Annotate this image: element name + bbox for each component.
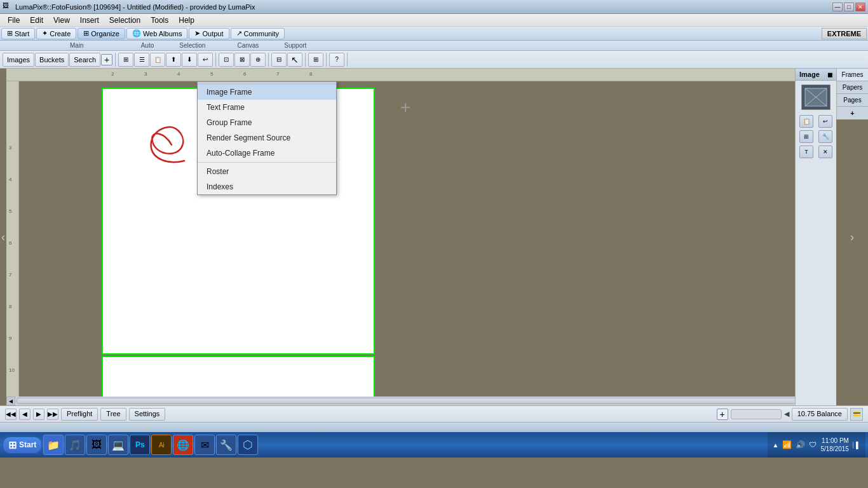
dropdown-item-auto-collage[interactable]: Auto-Collage Frame <box>198 146 336 161</box>
taskbar-media-icon[interactable]: 🎵 <box>65 435 85 455</box>
right-nav-arrow[interactable]: › <box>850 231 854 244</box>
auto-fill-icon[interactable]: ⊠ <box>234 53 250 67</box>
balance-display: 10.75 Balance <box>792 408 848 421</box>
dropdown-item-group-frame[interactable]: Group Frame <box>198 115 336 130</box>
organize-grid-icon: ⊞ <box>83 29 89 37</box>
panel-undo-icon[interactable]: ↩ <box>818 115 832 128</box>
papers-tab[interactable]: Papers <box>837 81 868 94</box>
pages-tab[interactable]: Pages <box>837 94 868 107</box>
progress-bar <box>731 409 782 419</box>
menu-help[interactable]: Help <box>173 15 200 26</box>
select-all-icon[interactable]: ⊟ <box>271 53 287 67</box>
tray-up-arrow-icon[interactable]: ▲ <box>773 442 779 449</box>
balance-icon[interactable]: 💳 <box>850 408 863 421</box>
menu-edit[interactable]: Edit <box>25 15 48 26</box>
menu-insert[interactable]: Insert <box>75 15 104 26</box>
help-icon[interactable]: ? <box>329 53 344 67</box>
ribbon-community[interactable]: ↗ Community <box>231 28 285 39</box>
menu-tools[interactable]: Tools <box>146 15 173 26</box>
dropdown-item-text-frame[interactable]: Text Frame <box>198 100 336 115</box>
taskbar-mail-icon[interactable]: ✉ <box>194 435 215 455</box>
panel-text-icon[interactable]: T <box>799 146 813 158</box>
tray-show-desktop-icon[interactable]: ▌ <box>853 442 860 449</box>
tray-volume-icon[interactable]: 🔊 <box>796 440 805 449</box>
canvas-settings-icon[interactable]: ⊞ <box>308 53 323 67</box>
nav-prev-button[interactable]: ◀ <box>19 409 31 420</box>
balance-left-arrow[interactable]: ◀ <box>784 410 789 418</box>
panel-close2-icon[interactable]: ✕ <box>818 146 832 158</box>
ribbon-organize[interactable]: ⊞ Organize <box>78 28 125 39</box>
tray-clock: 11:00 PM 5/18/2015 <box>820 437 849 453</box>
ribbon-webalbums[interactable]: 🌐 Web Albums <box>126 28 188 39</box>
taskbar-photo-icon[interactable]: 🖼 <box>86 435 107 455</box>
community-arrow-icon: ↗ <box>236 29 242 37</box>
menu-view[interactable]: View <box>48 15 75 26</box>
ruler-mark-3: 3 <box>144 71 147 77</box>
add-page-icon[interactable]: + <box>400 97 410 118</box>
extreme-button[interactable]: EXTREME <box>822 28 867 39</box>
windows-icon: ⊞ <box>8 439 17 451</box>
add-tab-button[interactable]: + <box>101 54 112 65</box>
list-view-icon[interactable]: ☰ <box>134 53 149 67</box>
nav-last-button[interactable]: ▶▶ <box>47 409 58 420</box>
scroll-left-arrow[interactable]: ◀ <box>6 396 15 405</box>
taskbar-illustrator-icon[interactable]: Ai <box>151 435 172 455</box>
dropdown-item-roster[interactable]: Roster <box>198 164 336 179</box>
menu-file[interactable]: File <box>3 15 25 26</box>
panel-grid-icon[interactable]: ⊞ <box>799 130 813 143</box>
panel-paste-icon[interactable]: 📋 <box>799 115 813 128</box>
horizontal-scrollbar[interactable]: ◀ ▶ <box>6 396 836 405</box>
toolbar-main-group: ⊞ ☰ 📋 ⬆ ⬇ ↩ <box>118 53 216 67</box>
insert-frame-icon[interactable]: 📋 <box>150 53 165 67</box>
ribbon-create[interactable]: ✦ Create <box>36 28 76 39</box>
tray-network-icon[interactable]: 📶 <box>782 440 792 449</box>
ruler-mark-2: 2 <box>111 71 114 77</box>
output-label: Output <box>202 30 223 37</box>
dropdown-item-image-frame[interactable]: Image Frame <box>198 85 336 100</box>
auto-arrange-icon[interactable]: ⊡ <box>219 53 234 67</box>
taskbar-photoshop-icon[interactable]: Ps <box>130 435 150 455</box>
nav-first-button[interactable]: ◀◀ <box>5 409 17 420</box>
minimize-button[interactable]: — <box>832 3 843 11</box>
preflight-button[interactable]: Preflight <box>61 408 98 421</box>
page-canvas-bottom <box>102 356 375 396</box>
bottom-bar: ◀◀ ◀ ▶ ▶▶ Preflight Tree Settings + ◀ 10… <box>0 405 868 422</box>
ribbon-start[interactable]: ⊞ Start <box>1 28 35 39</box>
frames-tab[interactable]: Frames <box>837 69 868 81</box>
taskbar-folder-icon[interactable]: 📁 <box>43 435 64 455</box>
menu-selection[interactable]: Selection <box>104 15 146 26</box>
start-button[interactable]: ⊞ Start <box>3 437 42 454</box>
taskbar-app-icon[interactable]: 🔧 <box>216 435 236 455</box>
image-panel-close[interactable]: ◼ <box>827 71 832 78</box>
scroll-thumb[interactable] <box>17 398 826 404</box>
search-button[interactable]: Search <box>69 53 100 67</box>
taskbar-computer-icon[interactable]: 💻 <box>108 435 128 455</box>
section-selection: Selection <box>166 42 218 49</box>
taskbar-browser-icon[interactable]: 🌐 <box>173 435 193 455</box>
panel-settings-icon[interactable]: 🔧 <box>818 130 832 143</box>
canvas-area[interactable]: + Image Frame Text Frame Group Fram <box>19 81 836 396</box>
images-button[interactable]: Images <box>3 53 34 67</box>
add-item-button[interactable]: + <box>717 409 728 420</box>
dropdown-item-render-segment[interactable]: Render Segment Source <box>198 130 336 146</box>
pointer-icon[interactable]: ↖ <box>287 53 302 67</box>
grid-view-icon[interactable]: ⊞ <box>118 53 133 67</box>
add-above-icon[interactable]: ⬆ <box>166 53 181 67</box>
nav-next-button[interactable]: ▶ <box>33 409 44 420</box>
close-button[interactable]: ✕ <box>855 3 865 11</box>
dropdown-item-indexes[interactable]: Indexes <box>198 179 336 194</box>
undo-icon[interactable]: ↩ <box>198 53 213 67</box>
left-nav-arrow[interactable]: ‹ <box>1 231 5 244</box>
image-preview-svg <box>802 85 830 109</box>
add-below-icon[interactable]: ⬇ <box>182 53 197 67</box>
add-panel-tab[interactable]: + <box>837 107 868 119</box>
tray-antivirus-icon[interactable]: 🛡 <box>809 440 817 449</box>
buckets-button[interactable]: Buckets <box>35 53 69 67</box>
maximize-button[interactable]: □ <box>844 3 854 11</box>
settings-button[interactable]: Settings <box>129 408 166 421</box>
ribbon-output[interactable]: ➤ Output <box>189 28 229 39</box>
tree-button[interactable]: Tree <box>100 408 126 421</box>
taskbar-hexagon-icon[interactable]: ⬡ <box>238 435 258 455</box>
auto-flow-icon[interactable]: ⊕ <box>250 53 266 67</box>
image-preview <box>801 85 831 110</box>
